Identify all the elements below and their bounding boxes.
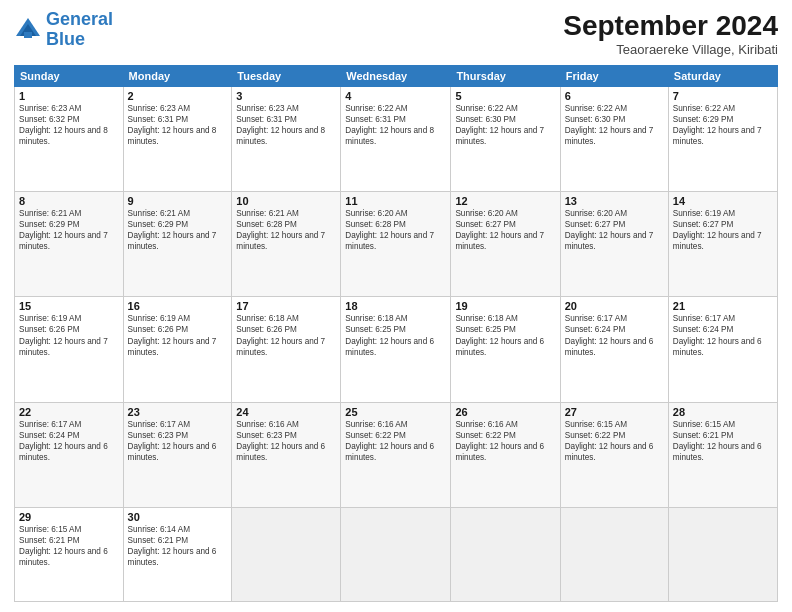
day-info: Sunrise: 6:23 AMSunset: 6:31 PMDaylight:… (128, 103, 228, 147)
table-row (232, 507, 341, 601)
day-info: Sunrise: 6:23 AMSunset: 6:32 PMDaylight:… (19, 103, 119, 147)
table-row: 10Sunrise: 6:21 AMSunset: 6:28 PMDayligh… (232, 192, 341, 297)
col-monday: Monday (123, 66, 232, 87)
logo-icon (14, 16, 42, 44)
logo-line1: General (46, 9, 113, 29)
table-row: 4Sunrise: 6:22 AMSunset: 6:31 PMDaylight… (341, 87, 451, 192)
header: General Blue September 2024 Teaoraereke … (14, 10, 778, 57)
table-row: 6Sunrise: 6:22 AMSunset: 6:30 PMDaylight… (560, 87, 668, 192)
logo-line2: Blue (46, 29, 85, 49)
table-row (451, 507, 560, 601)
day-info: Sunrise: 6:18 AMSunset: 6:25 PMDaylight:… (455, 313, 555, 357)
day-number: 6 (565, 90, 664, 102)
table-row: 20Sunrise: 6:17 AMSunset: 6:24 PMDayligh… (560, 297, 668, 402)
day-info: Sunrise: 6:16 AMSunset: 6:22 PMDaylight:… (455, 419, 555, 463)
day-info: Sunrise: 6:15 AMSunset: 6:21 PMDaylight:… (19, 524, 119, 568)
table-row: 28Sunrise: 6:15 AMSunset: 6:21 PMDayligh… (668, 402, 777, 507)
day-number: 23 (128, 406, 228, 418)
col-saturday: Saturday (668, 66, 777, 87)
day-number: 9 (128, 195, 228, 207)
table-row: 11Sunrise: 6:20 AMSunset: 6:28 PMDayligh… (341, 192, 451, 297)
logo: General Blue (14, 10, 113, 50)
day-number: 10 (236, 195, 336, 207)
col-wednesday: Wednesday (341, 66, 451, 87)
week-row-5: 29Sunrise: 6:15 AMSunset: 6:21 PMDayligh… (15, 507, 778, 601)
day-info: Sunrise: 6:16 AMSunset: 6:22 PMDaylight:… (345, 419, 446, 463)
day-info: Sunrise: 6:19 AMSunset: 6:27 PMDaylight:… (673, 208, 773, 252)
table-row: 26Sunrise: 6:16 AMSunset: 6:22 PMDayligh… (451, 402, 560, 507)
day-number: 21 (673, 300, 773, 312)
table-row: 23Sunrise: 6:17 AMSunset: 6:23 PMDayligh… (123, 402, 232, 507)
day-info: Sunrise: 6:20 AMSunset: 6:27 PMDaylight:… (455, 208, 555, 252)
day-number: 2 (128, 90, 228, 102)
day-info: Sunrise: 6:17 AMSunset: 6:24 PMDaylight:… (19, 419, 119, 463)
day-info: Sunrise: 6:19 AMSunset: 6:26 PMDaylight:… (19, 313, 119, 357)
day-info: Sunrise: 6:14 AMSunset: 6:21 PMDaylight:… (128, 524, 228, 568)
day-info: Sunrise: 6:18 AMSunset: 6:26 PMDaylight:… (236, 313, 336, 357)
day-number: 16 (128, 300, 228, 312)
day-info: Sunrise: 6:15 AMSunset: 6:22 PMDaylight:… (565, 419, 664, 463)
table-row: 29Sunrise: 6:15 AMSunset: 6:21 PMDayligh… (15, 507, 124, 601)
table-row (560, 507, 668, 601)
table-row: 27Sunrise: 6:15 AMSunset: 6:22 PMDayligh… (560, 402, 668, 507)
day-info: Sunrise: 6:22 AMSunset: 6:31 PMDaylight:… (345, 103, 446, 147)
table-row: 24Sunrise: 6:16 AMSunset: 6:23 PMDayligh… (232, 402, 341, 507)
title-block: September 2024 Teaoraereke Village, Kiri… (563, 10, 778, 57)
table-row: 15Sunrise: 6:19 AMSunset: 6:26 PMDayligh… (15, 297, 124, 402)
table-row: 19Sunrise: 6:18 AMSunset: 6:25 PMDayligh… (451, 297, 560, 402)
col-tuesday: Tuesday (232, 66, 341, 87)
day-number: 29 (19, 511, 119, 523)
day-info: Sunrise: 6:19 AMSunset: 6:26 PMDaylight:… (128, 313, 228, 357)
table-row: 25Sunrise: 6:16 AMSunset: 6:22 PMDayligh… (341, 402, 451, 507)
day-number: 15 (19, 300, 119, 312)
page: General Blue September 2024 Teaoraereke … (0, 0, 792, 612)
table-row: 2Sunrise: 6:23 AMSunset: 6:31 PMDaylight… (123, 87, 232, 192)
day-info: Sunrise: 6:21 AMSunset: 6:28 PMDaylight:… (236, 208, 336, 252)
week-row-4: 22Sunrise: 6:17 AMSunset: 6:24 PMDayligh… (15, 402, 778, 507)
day-number: 19 (455, 300, 555, 312)
table-row: 7Sunrise: 6:22 AMSunset: 6:29 PMDaylight… (668, 87, 777, 192)
day-number: 7 (673, 90, 773, 102)
calendar-header-row: Sunday Monday Tuesday Wednesday Thursday… (15, 66, 778, 87)
day-number: 5 (455, 90, 555, 102)
table-row: 13Sunrise: 6:20 AMSunset: 6:27 PMDayligh… (560, 192, 668, 297)
day-number: 18 (345, 300, 446, 312)
col-thursday: Thursday (451, 66, 560, 87)
day-number: 4 (345, 90, 446, 102)
table-row: 9Sunrise: 6:21 AMSunset: 6:29 PMDaylight… (123, 192, 232, 297)
day-number: 1 (19, 90, 119, 102)
table-row: 21Sunrise: 6:17 AMSunset: 6:24 PMDayligh… (668, 297, 777, 402)
week-row-3: 15Sunrise: 6:19 AMSunset: 6:26 PMDayligh… (15, 297, 778, 402)
day-info: Sunrise: 6:17 AMSunset: 6:23 PMDaylight:… (128, 419, 228, 463)
day-number: 3 (236, 90, 336, 102)
day-info: Sunrise: 6:17 AMSunset: 6:24 PMDaylight:… (565, 313, 664, 357)
table-row: 12Sunrise: 6:20 AMSunset: 6:27 PMDayligh… (451, 192, 560, 297)
day-info: Sunrise: 6:16 AMSunset: 6:23 PMDaylight:… (236, 419, 336, 463)
month-title: September 2024 (563, 10, 778, 42)
day-number: 28 (673, 406, 773, 418)
day-info: Sunrise: 6:15 AMSunset: 6:21 PMDaylight:… (673, 419, 773, 463)
day-info: Sunrise: 6:20 AMSunset: 6:28 PMDaylight:… (345, 208, 446, 252)
table-row: 3Sunrise: 6:23 AMSunset: 6:31 PMDaylight… (232, 87, 341, 192)
col-friday: Friday (560, 66, 668, 87)
table-row: 30Sunrise: 6:14 AMSunset: 6:21 PMDayligh… (123, 507, 232, 601)
day-number: 17 (236, 300, 336, 312)
table-row: 5Sunrise: 6:22 AMSunset: 6:30 PMDaylight… (451, 87, 560, 192)
table-row: 1Sunrise: 6:23 AMSunset: 6:32 PMDaylight… (15, 87, 124, 192)
col-sunday: Sunday (15, 66, 124, 87)
location-subtitle: Teaoraereke Village, Kiribati (563, 42, 778, 57)
day-number: 12 (455, 195, 555, 207)
day-info: Sunrise: 6:17 AMSunset: 6:24 PMDaylight:… (673, 313, 773, 357)
logo-text: General Blue (46, 10, 113, 50)
calendar-table: Sunday Monday Tuesday Wednesday Thursday… (14, 65, 778, 602)
day-info: Sunrise: 6:21 AMSunset: 6:29 PMDaylight:… (128, 208, 228, 252)
day-info: Sunrise: 6:23 AMSunset: 6:31 PMDaylight:… (236, 103, 336, 147)
day-number: 11 (345, 195, 446, 207)
day-info: Sunrise: 6:22 AMSunset: 6:29 PMDaylight:… (673, 103, 773, 147)
svg-rect-2 (24, 32, 32, 38)
table-row (341, 507, 451, 601)
day-number: 20 (565, 300, 664, 312)
table-row: 14Sunrise: 6:19 AMSunset: 6:27 PMDayligh… (668, 192, 777, 297)
day-number: 30 (128, 511, 228, 523)
table-row: 18Sunrise: 6:18 AMSunset: 6:25 PMDayligh… (341, 297, 451, 402)
